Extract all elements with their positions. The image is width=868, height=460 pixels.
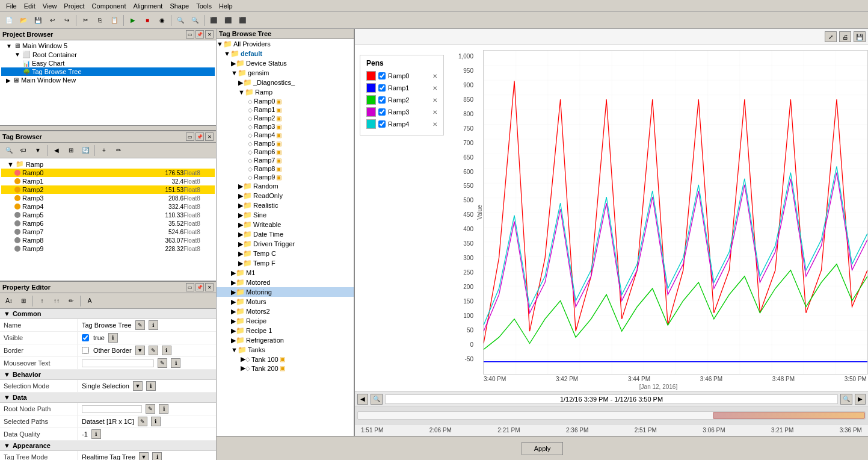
tree-item-tagbrowsetree[interactable]: 🌳 Tag Browse Tree <box>1 67 215 76</box>
prop-rootpath-info[interactable]: ℹ <box>159 404 168 414</box>
chart-save-btn[interactable]: 💾 <box>854 31 866 42</box>
prop-tb-5[interactable]: ✏ <box>64 294 78 308</box>
menu-view[interactable]: View <box>39 1 61 11</box>
browse-datetime[interactable]: ▶ 📁 Date Time <box>217 229 354 239</box>
tag-row-ramp9[interactable]: Ramp9 228.32 Float8 <box>1 244 215 253</box>
browse-ramp-folder[interactable]: ▼ 📁 Ramp <box>217 87 354 97</box>
pen-check-ramp1[interactable] <box>378 84 386 92</box>
browse-moturs[interactable]: ▶ 📁 Moturs <box>217 297 354 306</box>
browse-tank200[interactable]: ▶ ◇ Tank 200 ▣ <box>217 364 354 373</box>
browse-writeable[interactable]: ▶ 📁 Writeable <box>217 220 354 229</box>
chart-nav-right[interactable]: ▶ <box>855 394 866 405</box>
prop-section-behavior[interactable]: ▼ Behavior <box>0 370 216 380</box>
border-checkbox[interactable] <box>82 347 89 354</box>
scrollbar-thumb[interactable] <box>713 412 865 419</box>
tb-run[interactable]: ▶ <box>126 14 140 27</box>
pen-close-ramp4[interactable]: ✕ <box>432 121 437 128</box>
chart-print-btn[interactable]: 🖨 <box>839 31 851 42</box>
prop-border-dropdown[interactable]: ▼ <box>135 346 145 355</box>
pen-close-ramp1[interactable]: ✕ <box>432 85 437 92</box>
menu-project[interactable]: Project <box>60 1 88 11</box>
prop-selectedpaths-info[interactable]: ℹ <box>151 417 161 426</box>
prop-treemode-info[interactable]: ℹ <box>152 452 162 460</box>
browse-all-providers[interactable]: ▼ 📁 All Providers <box>217 39 354 49</box>
tb-preview[interactable]: ◉ <box>155 14 168 27</box>
tag-row-ramp-folder[interactable]: ▼ 📁 Ramp <box>1 160 215 169</box>
chart-zoom-out-btn[interactable]: 🔍 <box>840 394 852 405</box>
project-browser-pin[interactable]: 📌 <box>195 30 204 39</box>
prop-selmode-dropdown[interactable]: ▼ <box>133 381 143 391</box>
tag-tb-5[interactable]: ⊞ <box>64 144 78 157</box>
browse-ramp2[interactable]: ◇ Ramp2 ▣ <box>217 114 354 122</box>
prop-name-info[interactable]: ℹ <box>149 320 158 330</box>
apply-button[interactable]: Apply <box>522 442 564 455</box>
tree-item-mainwindownew[interactable]: ▶ 🖥 Main Window New <box>1 76 215 84</box>
prop-dataquality-info[interactable]: ℹ <box>91 429 101 439</box>
browse-tanks[interactable]: ▼ 📁 Tanks <box>217 345 354 355</box>
browse-ramp6[interactable]: ◇ Ramp6 ▣ <box>217 148 354 156</box>
tb-design[interactable]: ■ <box>141 14 154 27</box>
chart-scrollbar[interactable] <box>355 406 868 424</box>
tag-tb-3[interactable]: ▼ <box>31 144 45 157</box>
browse-gensim[interactable]: ▼ 📁 gensim <box>217 68 354 78</box>
tag-browser-pin[interactable]: 📌 <box>195 132 204 141</box>
prop-visible-info[interactable]: ℹ <box>108 333 118 343</box>
browse-ramp4[interactable]: ◇ Ramp4 ▣ <box>217 131 354 139</box>
tag-row-ramp8[interactable]: Ramp8 363.07 Float8 <box>1 236 215 244</box>
prop-selmode-info[interactable]: ℹ <box>146 381 156 391</box>
tag-row-ramp4[interactable]: Ramp4 332.4 Float8 <box>1 202 215 211</box>
tb-align-right[interactable]: ⬛ <box>236 14 249 27</box>
menu-help[interactable]: Help <box>215 1 236 11</box>
tb-zoom-out[interactable]: 🔍 <box>188 14 202 27</box>
tree-item-easychart[interactable]: 📊 Easy Chart <box>1 59 215 67</box>
browse-tempf[interactable]: ▶ 📁 Temp F <box>217 258 354 268</box>
browse-tempc[interactable]: ▶ 📁 Temp C <box>217 249 354 258</box>
visible-checkbox[interactable] <box>82 334 89 341</box>
prop-rootpath-edit[interactable]: ✎ <box>146 404 155 414</box>
tb-align-left[interactable]: ⬛ <box>207 14 220 27</box>
tag-tb-1[interactable]: 🔍 <box>2 144 16 157</box>
tag-browse-scroll[interactable]: ▼ 📁 All Providers ▼ 📁 default ▶ <box>217 39 354 436</box>
mouseover-input[interactable] <box>82 359 154 367</box>
menu-alignment[interactable]: Alignment <box>129 1 166 11</box>
chart-zoom-glass[interactable]: 🔍 <box>371 394 383 405</box>
tb-open[interactable]: 📂 <box>17 14 30 27</box>
prop-section-common[interactable]: ▼ Common <box>0 309 216 319</box>
tag-tb-2[interactable]: 🏷 <box>17 144 30 157</box>
project-browser-resize[interactable] <box>0 125 216 130</box>
browse-motored[interactable]: ▶ 📁 Motored <box>217 278 354 287</box>
browse-recipe1[interactable]: ▶ 📁 Recipe 1 <box>217 326 354 335</box>
tb-cut[interactable]: ✂ <box>79 14 92 27</box>
tag-row-ramp5[interactable]: Ramp5 110.33 Float8 <box>1 211 215 219</box>
browse-readonly[interactable]: ▶ 📁 ReadOnly <box>217 191 354 200</box>
rootpath-input[interactable] <box>82 405 142 413</box>
tag-row-ramp0[interactable]: Ramp0 176.53 Float8 <box>1 169 215 177</box>
tree-item-mainwindow5[interactable]: ▼ 🖥 Main Window 5 <box>1 42 215 50</box>
tb-redo[interactable]: ↪ <box>60 14 73 27</box>
tag-tb-4[interactable]: ◀ <box>50 144 63 157</box>
scrollbar-track[interactable] <box>357 411 866 420</box>
tb-paste[interactable]: 📋 <box>108 14 121 27</box>
menu-component[interactable]: Component <box>88 1 130 11</box>
pen-check-ramp0[interactable] <box>378 72 386 79</box>
pen-check-ramp3[interactable] <box>378 108 386 116</box>
prop-selectedpaths-edit[interactable]: ✎ <box>138 417 147 426</box>
browse-m1[interactable]: ▶ 📁 M1 <box>217 268 354 278</box>
browse-recipe[interactable]: ▶ 📁 Recipe <box>217 316 354 326</box>
prop-tb-2[interactable]: ⊞ <box>17 294 30 308</box>
browse-sine[interactable]: ▶ 📁 Sine <box>217 210 354 220</box>
browse-ramp9[interactable]: ◇ Ramp9 ▣ <box>217 173 354 181</box>
browse-ramp7[interactable]: ◇ Ramp7 ▣ <box>217 156 354 164</box>
prop-editor-pin[interactable]: 📌 <box>195 283 204 291</box>
browse-ramp3[interactable]: ◇ Ramp3 ▣ <box>217 122 354 131</box>
tag-browser-restore[interactable]: ▭ <box>186 132 194 141</box>
chart-nav-left[interactable]: ◀ <box>357 394 368 405</box>
prop-editor-restore[interactable]: ▭ <box>186 283 194 291</box>
browse-ramp1[interactable]: ◇ Ramp1 ▣ <box>217 105 354 114</box>
project-browser-restore[interactable]: ▭ <box>186 30 194 39</box>
prop-name-edit[interactable]: ✎ <box>135 320 145 330</box>
tb-undo[interactable]: ↩ <box>46 14 59 27</box>
tb-zoom-in[interactable]: 🔍 <box>174 14 187 27</box>
prop-treemode-dropdown[interactable]: ▼ <box>139 452 149 460</box>
browse-ramp0[interactable]: ◇ Ramp0 ▣ <box>217 97 354 105</box>
